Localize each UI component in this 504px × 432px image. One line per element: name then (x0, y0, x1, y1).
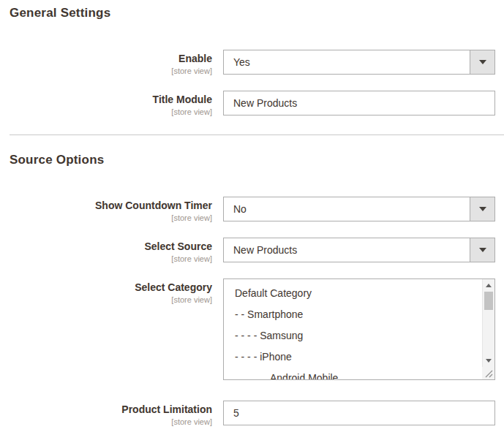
product-limitation-input[interactable] (223, 401, 495, 425)
settings-form: General Settings Enable [store view] Yes… (0, 0, 504, 427)
title-module-field (223, 91, 495, 115)
title-module-scope-label: [store view] (10, 107, 212, 117)
select-source-field: New Products (223, 238, 495, 262)
select-source-select[interactable]: New Products (223, 238, 495, 262)
enable-select[interactable]: Yes (223, 50, 495, 75)
field-row-product-limitation: Product Limitation [store view] (10, 401, 495, 427)
select-source-label-block: Select Source [store view] (10, 238, 212, 264)
scrollbar-down-button[interactable] (483, 355, 494, 367)
select-category-scope-label: [store view] (10, 295, 212, 305)
category-option-android-mobile[interactable]: Android Mobile (224, 368, 494, 380)
field-row-select-category: Select Category [store view] Default Cat… (10, 278, 495, 380)
category-option-smartphone[interactable]: - - Smartphone (224, 304, 494, 325)
scrollbar-up-button[interactable] (483, 279, 494, 292)
select-category-field: Default Category - - Smartphone - - - - … (223, 278, 495, 380)
countdown-label-block: Show Countdown Timer [store view] (10, 197, 212, 223)
section-divider (10, 134, 504, 135)
chevron-down-icon (479, 248, 486, 252)
select-category-label-block: Select Category [store view] (10, 278, 212, 305)
section-title-general-settings: General Settings (10, 6, 495, 20)
enable-select-arrow-button[interactable] (470, 50, 494, 74)
category-option-iphone[interactable]: - - - - iPhone (224, 346, 494, 368)
section-title-source-options: Source Options (10, 153, 495, 167)
category-option-default-category[interactable]: Default Category (224, 283, 494, 304)
triangle-down-icon (486, 359, 492, 363)
show-countdown-timer-field: No (223, 197, 495, 221)
title-module-label-block: Title Module [store view] (10, 91, 212, 117)
field-row-title-module: Title Module [store view] (10, 91, 495, 117)
title-module-input[interactable] (223, 91, 495, 115)
product-limitation-label-block: Product Limitation [store view] (10, 401, 212, 427)
enable-label: Enable (10, 53, 212, 65)
triangle-up-icon (486, 284, 492, 287)
field-row-select-source: Select Source [store view] New Products (10, 238, 495, 264)
show-countdown-timer-label: Show Countdown Timer (10, 200, 212, 212)
title-module-label: Title Module (10, 94, 212, 106)
select-category-label: Select Category (10, 281, 212, 294)
select-category-multiselect[interactable]: Default Category - - Smartphone - - - - … (223, 278, 495, 380)
show-countdown-timer-scope-label: [store view] (10, 213, 212, 223)
field-row-show-countdown-timer: Show Countdown Timer [store view] No (10, 197, 495, 223)
enable-field: Yes (223, 50, 495, 75)
select-source-select-value: New Products (224, 238, 470, 262)
chevron-down-icon (479, 60, 486, 64)
show-countdown-timer-select-value: No (224, 197, 470, 221)
product-limitation-field (223, 401, 495, 425)
product-limitation-scope-label: [store view] (10, 417, 212, 427)
product-limitation-label: Product Limitation (10, 403, 212, 416)
select-source-scope-label: [store view] (10, 254, 212, 264)
field-row-enable: Enable [store view] Yes (10, 50, 495, 76)
enable-scope-label: [store view] (10, 66, 212, 76)
enable-label-block: Enable [store view] (10, 50, 212, 76)
chevron-down-icon (479, 207, 486, 211)
show-countdown-timer-select-arrow-button[interactable] (470, 197, 494, 221)
category-options-list: Default Category - - Smartphone - - - - … (224, 279, 494, 380)
select-source-select-arrow-button[interactable] (470, 238, 494, 262)
resize-grip-icon[interactable] (482, 367, 494, 379)
multiselect-scrollbar[interactable] (482, 279, 494, 367)
select-source-label: Select Source (10, 240, 212, 253)
enable-select-value: Yes (224, 50, 470, 74)
category-option-samsung[interactable]: - - - - Samsung (224, 325, 494, 346)
show-countdown-timer-select[interactable]: No (223, 197, 495, 221)
scrollbar-thumb[interactable] (484, 292, 493, 310)
